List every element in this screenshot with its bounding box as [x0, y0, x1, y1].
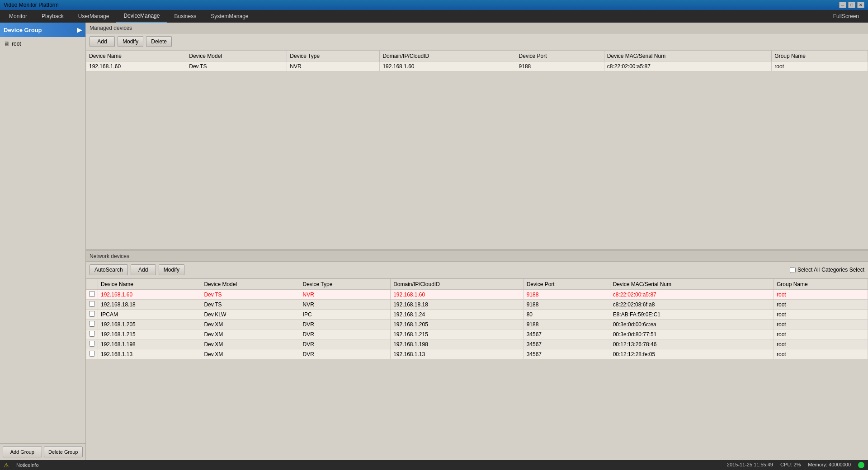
row-checkbox[interactable]: [89, 341, 95, 347]
row-checkbox[interactable]: [89, 351, 95, 357]
cell-net-device-port: 9188: [524, 300, 610, 310]
managed-devices-section: Managed devices Add Modify Delete Device…: [86, 23, 868, 249]
cell-net-device-model: Dev.XM: [201, 329, 300, 339]
cell-net-device-port: 9188: [524, 320, 610, 329]
tree-item-root[interactable]: 🖥 root: [2, 39, 84, 49]
cell-net-device-name: 192.168.1.205: [98, 320, 201, 329]
cell-net-group-name: root: [774, 349, 868, 359]
table-row[interactable]: 192.168.1.60 Dev.TS NVR 192.168.1.60 918…: [86, 61, 868, 71]
notice-info: NoticeInfo: [16, 462, 39, 468]
cell-device-name: 192.168.1.60: [86, 61, 186, 71]
menu-fullscreen[interactable]: FullScreen: [826, 10, 866, 23]
row-checkbox[interactable]: [89, 321, 95, 327]
cell-net-group-name: root: [774, 320, 868, 329]
cell-checkbox[interactable]: [86, 290, 98, 300]
cell-net-device-model: Dev.TS: [201, 300, 300, 310]
cell-checkbox[interactable]: [86, 329, 98, 339]
tree-item-root-label: root: [12, 41, 21, 47]
network-devices-section: Network devices AutoSearch Add Modify Se…: [86, 251, 868, 460]
delete-group-button[interactable]: Delete Group: [44, 446, 83, 457]
folder-icon: 🖥: [4, 40, 10, 47]
cell-net-device-model: Dev.XM: [201, 320, 300, 329]
cell-net-device-name: 192.168.1.13: [98, 349, 201, 359]
cell-net-device-port: 34567: [524, 329, 610, 339]
select-all-checkbox[interactable]: [790, 267, 796, 273]
network-modify-button[interactable]: Modify: [159, 264, 184, 275]
cell-net-device-mac: E8:AB:FA:59:0E:C1: [610, 310, 774, 320]
menu-business[interactable]: Business: [167, 10, 203, 23]
managed-devices-title: Managed devices: [90, 25, 132, 31]
status-indicator: [858, 462, 864, 468]
list-item[interactable]: 192.168.1.13 Dev.XM DVR 192.168.1.13 345…: [86, 349, 868, 359]
col-device-type: Device Type: [287, 51, 380, 61]
list-item[interactable]: 192.168.1.60 Dev.TS NVR 192.168.1.60 918…: [86, 290, 868, 300]
cell-net-group-name: root: [774, 300, 868, 310]
col-net-group-name: Group Name: [774, 279, 868, 290]
col-net-device-model: Device Model: [201, 279, 300, 290]
cell-net-device-model: Dev.KLW: [201, 310, 300, 320]
list-item[interactable]: 192.168.1.215 Dev.XM DVR 192.168.1.215 3…: [86, 329, 868, 339]
managed-modify-button[interactable]: Modify: [118, 36, 143, 47]
close-button[interactable]: ✕: [857, 2, 864, 8]
maximize-button[interactable]: □: [848, 2, 855, 8]
cell-checkbox[interactable]: [86, 339, 98, 349]
row-checkbox[interactable]: [89, 311, 95, 317]
cell-domain-ip: 192.168.1.60: [380, 61, 516, 71]
managed-add-button[interactable]: Add: [90, 36, 115, 47]
col-net-device-name: Device Name: [98, 279, 201, 290]
menu-monitor[interactable]: Monitor: [2, 10, 34, 23]
cell-net-group-name: root: [774, 290, 868, 300]
device-group-header: Device Group ▶: [0, 23, 85, 37]
cell-net-device-mac: 00:3e:0d:80:77:51: [610, 329, 774, 339]
cell-net-device-name: IPCAM: [98, 310, 201, 320]
network-toolbar: AutoSearch Add Modify Select All Categor…: [86, 262, 868, 278]
sidebar: Device Group ▶ 🖥 root Add Group Delete G…: [0, 23, 86, 460]
cell-checkbox[interactable]: [86, 349, 98, 359]
menu-usermanage[interactable]: UserManage: [71, 10, 117, 23]
cell-net-device-mac: 00:3e:0d:00:6c:ea: [610, 320, 774, 329]
col-checkbox: [86, 279, 98, 290]
cell-net-device-name: 192.168.1.60: [98, 290, 201, 300]
col-device-mac: Device MAC/Serial Num: [604, 51, 772, 61]
minimize-button[interactable]: ─: [839, 2, 846, 8]
cell-net-device-type: NVR: [300, 300, 391, 310]
cell-checkbox[interactable]: [86, 310, 98, 320]
add-group-button[interactable]: Add Group: [3, 446, 42, 457]
cell-net-device-port: 34567: [524, 349, 610, 359]
network-add-button[interactable]: Add: [131, 264, 156, 275]
cell-net-device-type: DVR: [300, 349, 391, 359]
cell-net-device-mac: c8:22:02:00:a5:87: [610, 290, 774, 300]
cell-net-domain-ip: 192.168.18.18: [391, 300, 524, 310]
menu-playback[interactable]: Playback: [34, 10, 71, 23]
managed-delete-button[interactable]: Delete: [146, 36, 172, 47]
cell-device-type: NVR: [287, 61, 380, 71]
cell-device-model: Dev.TS: [186, 61, 287, 71]
chevron-right-icon: ▶: [77, 26, 82, 33]
cell-net-device-name: 192.168.1.198: [98, 339, 201, 349]
menu-systemmanage[interactable]: SystemManage: [203, 10, 255, 23]
col-device-name: Device Name: [86, 51, 186, 61]
cell-net-device-mac: 00:12:13:26:78:46: [610, 339, 774, 349]
col-net-device-mac: Device MAC/Serial Num: [610, 279, 774, 290]
cell-net-group-name: root: [774, 329, 868, 339]
cell-checkbox[interactable]: [86, 320, 98, 329]
row-checkbox[interactable]: [89, 291, 95, 297]
window-controls: ─ □ ✕: [839, 2, 864, 8]
list-item[interactable]: IPCAM Dev.KLW IPC 192.168.1.24 80 E8:AB:…: [86, 310, 868, 320]
row-checkbox[interactable]: [89, 301, 95, 307]
status-right: 2015-11-25 11:55:49 CPU: 2% Memory: 4000…: [727, 462, 864, 468]
cell-device-mac: c8:22:02:00:a5:87: [604, 61, 772, 71]
cell-net-device-type: DVR: [300, 320, 391, 329]
menu-devicemanage[interactable]: DeviceManage: [116, 10, 167, 23]
row-checkbox[interactable]: [89, 331, 95, 337]
cell-net-device-port: 80: [524, 310, 610, 320]
col-domain-ip: Domain/IP/CloudID: [380, 51, 516, 61]
cell-net-device-type: DVR: [300, 339, 391, 349]
list-item[interactable]: 192.168.18.18 Dev.TS NVR 192.168.18.18 9…: [86, 300, 868, 310]
list-item[interactable]: 192.168.1.205 Dev.XM DVR 192.168.1.205 9…: [86, 320, 868, 329]
cell-net-device-type: NVR: [300, 290, 391, 300]
list-item[interactable]: 192.168.1.198 Dev.XM DVR 192.168.1.198 3…: [86, 339, 868, 349]
cell-checkbox[interactable]: [86, 300, 98, 310]
autosearch-button[interactable]: AutoSearch: [90, 264, 128, 275]
managed-table: Device Name Device Model Device Type Dom…: [86, 50, 868, 71]
